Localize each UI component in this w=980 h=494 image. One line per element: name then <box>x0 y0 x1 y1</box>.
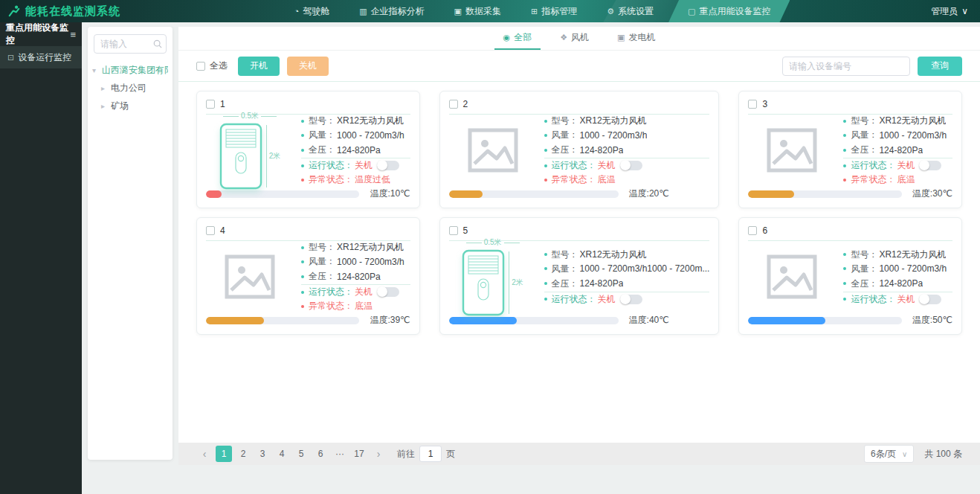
next-page-button[interactable]: › <box>370 446 387 462</box>
image-placeholder <box>748 128 836 173</box>
page-button[interactable]: 1 <box>216 446 232 462</box>
page-button[interactable]: ··· <box>332 446 348 462</box>
pressure-value: 124-820Pa <box>580 278 624 289</box>
abnormal-state-value: 温度过低 <box>355 173 390 186</box>
tree-node-company[interactable]: ▾ 山西潞安集团有限公司 <box>92 61 168 79</box>
top-menu-item[interactable]: ▢ 重点用能设备监控 <box>668 0 790 22</box>
bullet-icon <box>843 164 846 167</box>
model-label: 型号： <box>309 241 335 254</box>
chevron-down-icon: ∨ <box>961 6 968 16</box>
power-off-button[interactable]: 关机 <box>287 57 329 76</box>
device-checkbox[interactable] <box>206 226 215 235</box>
main-content: ◉ 全部 ❖ 风机 ▣ 发电机 全选 开机 关机 查询 <box>178 27 980 465</box>
menu-item-label: 系统设置 <box>618 5 654 18</box>
pressure-label: 全压： <box>309 270 335 283</box>
temperature-progress-fill <box>449 317 517 324</box>
power-toggle[interactable] <box>620 295 642 304</box>
model-value: XR12无动力风机 <box>337 241 404 254</box>
pressure-label: 全压： <box>552 144 578 156</box>
select-all-checkbox[interactable] <box>196 62 205 71</box>
device-checkbox[interactable] <box>449 100 458 109</box>
airflow-value: 1000 - 7200m3/h <box>879 130 947 141</box>
bullet-icon <box>301 149 304 152</box>
run-state-label: 运行状态： <box>309 159 353 172</box>
pressure-value: 124-820Pa <box>879 145 923 155</box>
device-checkbox[interactable] <box>449 226 458 235</box>
bullet-icon <box>544 253 547 256</box>
top-menu-item[interactable]: ▥ 企业指标分析 <box>344 0 439 22</box>
device-info: 型号： XR12无动力风机 风量： 1000 - 7200m3/h 全压： <box>301 114 410 187</box>
width-dimension: 0.5米 <box>223 111 277 121</box>
bullet-icon <box>843 120 846 123</box>
device-type-tab[interactable]: ▣ 发电机 <box>608 27 664 50</box>
temperature-label: 温度:20℃ <box>629 187 669 200</box>
page-button[interactable]: 6 <box>312 446 329 462</box>
power-toggle[interactable] <box>919 295 941 304</box>
airflow-value: 1000 - 7200m3/h <box>337 257 404 267</box>
card-header: 2 <box>449 97 710 115</box>
tree-expand-icon[interactable]: ▾ <box>92 66 100 74</box>
page-button[interactable]: 2 <box>235 446 251 462</box>
top-menu-item[interactable]: ⊞ 指标管理 <box>516 0 592 22</box>
chevron-down-icon: ∨ <box>902 450 907 458</box>
device-number: 1 <box>220 99 225 109</box>
page-button[interactable]: 3 <box>254 446 271 462</box>
airflow-label: 风量： <box>552 129 578 141</box>
run-state-value: 关机 <box>598 159 616 172</box>
user-menu[interactable]: 管理员 ∨ <box>883 5 980 18</box>
device-info: 型号： XR12无动力风机 风量： 1000 - 7200m3/h 全压： <box>843 114 952 187</box>
device-id-input[interactable] <box>782 57 910 76</box>
top-menu-item[interactable]: ◔ 驾驶舱 <box>280 0 345 22</box>
model-label: 型号： <box>851 248 877 261</box>
tree-node-label: 矿场 <box>111 100 129 112</box>
device-card: 6 <box>738 217 962 335</box>
bullet-icon <box>544 120 547 123</box>
power-on-button[interactable]: 开机 <box>238 57 280 76</box>
tree-expand-icon[interactable]: ▸ <box>101 102 109 110</box>
model-value: XR12无动力风机 <box>580 248 647 261</box>
device-type-tab[interactable]: ◉ 全部 <box>494 27 541 50</box>
device-type-tab[interactable]: ❖ 风机 <box>551 27 598 50</box>
height-dimension: 2米 <box>266 123 281 190</box>
sidebar-item-label: 设备运行监控 <box>18 51 71 64</box>
pagination-bar: ‹ 1 2 3 4 5 6 ··· 17 › 前往 页 <box>178 443 980 465</box>
query-button[interactable]: 查询 <box>918 57 962 76</box>
temperature-progress-fill <box>206 190 222 198</box>
power-toggle[interactable] <box>620 161 642 170</box>
tree-node-power-company[interactable]: ▸ 电力公司 <box>92 79 168 97</box>
goto-page-input[interactable] <box>419 446 442 462</box>
card-header: 6 <box>748 224 952 241</box>
menu-item-icon: ▥ <box>359 7 367 16</box>
bullet-icon <box>301 275 304 278</box>
power-toggle[interactable] <box>377 161 399 170</box>
device-card: 4 <box>196 217 420 335</box>
sidebar-item-device-monitor[interactable]: ⊡ 设备运行监控 <box>0 46 82 68</box>
tree-node-mine[interactable]: ▸ 矿场 <box>92 97 168 115</box>
fan-device-drawing <box>462 249 505 316</box>
abnormal-state-label: 异常状态： <box>552 173 596 186</box>
device-checkbox[interactable] <box>206 100 215 109</box>
device-checkbox[interactable] <box>748 100 757 109</box>
menu-item-label: 企业指标分析 <box>371 5 425 18</box>
prev-page-button[interactable]: ‹ <box>196 446 213 462</box>
device-number: 2 <box>463 99 468 109</box>
page-button[interactable]: 17 <box>351 446 367 462</box>
search-icon <box>153 39 162 48</box>
run-state-label: 运行状态： <box>552 293 596 306</box>
tree-expand-icon[interactable]: ▸ <box>101 84 109 92</box>
fan-illustration: 0.5米 <box>206 111 294 190</box>
top-menu-item[interactable]: ⚙ 系统设置 <box>592 0 668 22</box>
device-number: 6 <box>762 225 767 236</box>
abnormal-state-value: 底温 <box>355 300 373 312</box>
alert-bullet-icon <box>544 179 547 182</box>
power-toggle[interactable] <box>377 287 399 297</box>
page-size-select[interactable]: 6条/页 ∨ <box>864 445 914 463</box>
alert-bullet-icon <box>301 179 304 182</box>
power-toggle[interactable] <box>919 161 941 170</box>
collapse-icon[interactable]: ≡ <box>70 29 76 40</box>
page-button[interactable]: 4 <box>274 446 290 462</box>
page-button[interactable]: 5 <box>293 446 309 462</box>
top-menu-item[interactable]: ▣ 数据采集 <box>439 0 516 22</box>
device-checkbox[interactable] <box>748 226 757 235</box>
temperature-progress-track <box>206 190 359 198</box>
